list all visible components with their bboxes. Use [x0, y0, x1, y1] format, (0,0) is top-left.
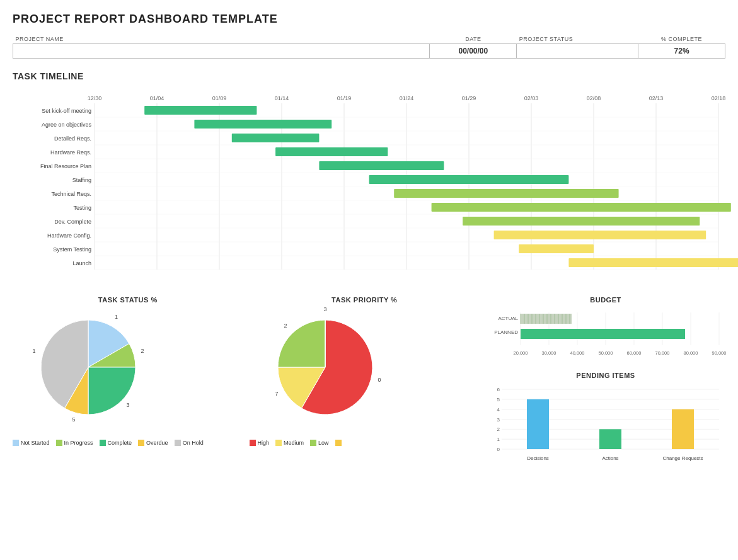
svg-text:90,000: 90,000: [712, 350, 727, 356]
legend-complete: Complete: [100, 440, 132, 446]
svg-text:30,000: 30,000: [542, 350, 556, 356]
task-status-title: TASK STATUS %: [13, 296, 243, 304]
svg-rect-24: [144, 106, 257, 115]
project-info-table: PROJECT NAME DATE PROJECT STATUS % COMPL…: [13, 35, 725, 59]
svg-text:02/13: 02/13: [649, 95, 664, 101]
svg-rect-27: [194, 120, 332, 129]
svg-rect-48: [463, 217, 700, 226]
svg-text:Set kick-off meeting: Set kick-off meeting: [42, 108, 91, 114]
svg-text:50,000: 50,000: [599, 350, 613, 356]
not-started-label: Not Started: [21, 440, 50, 446]
right-panel: BUDGET 20,00030,00040,00050,00060,00070,…: [486, 296, 725, 466]
svg-text:7: 7: [275, 391, 278, 397]
svg-rect-42: [394, 189, 618, 198]
svg-text:3: 3: [126, 402, 129, 408]
svg-text:02/18: 02/18: [712, 95, 726, 101]
svg-text:Final Resource Plan: Final Resource Plan: [40, 163, 91, 169]
legend-unknown: [335, 440, 343, 446]
legend-not-started: Not Started: [13, 440, 50, 446]
svg-text:1: 1: [115, 314, 118, 320]
pending-title: PENDING ITEMS: [486, 372, 725, 379]
svg-rect-54: [519, 244, 594, 253]
not-started-dot: [13, 440, 19, 446]
svg-rect-36: [319, 161, 444, 170]
svg-text:ACTUAL: ACTUAL: [498, 316, 518, 321]
bottom-section: TASK STATUS % 12351 Not Started In Progr…: [13, 296, 725, 466]
gantt-chart: TASK TIMELINE 12/3001/0401/0901/1401/190…: [13, 71, 725, 277]
svg-text:5: 5: [497, 397, 500, 403]
complete-header: % COMPLETE: [638, 35, 725, 44]
svg-text:70,000: 70,000: [655, 350, 670, 356]
svg-text:0: 0: [497, 447, 500, 452]
svg-text:2: 2: [497, 426, 500, 432]
svg-text:01/14: 01/14: [275, 95, 289, 101]
svg-text:6: 6: [497, 387, 500, 392]
svg-text:Decisions: Decisions: [527, 455, 549, 461]
svg-rect-117: [599, 429, 621, 449]
legend-medium: Medium: [275, 440, 304, 446]
svg-text:3: 3: [323, 306, 326, 312]
task-priority-title: TASK PRIORITY %: [250, 296, 480, 304]
svg-text:1: 1: [33, 348, 36, 354]
svg-text:01/24: 01/24: [400, 95, 414, 101]
legend-overdue: Overdue: [138, 440, 168, 446]
svg-text:02/08: 02/08: [587, 95, 601, 101]
complete-label: Complete: [108, 440, 132, 446]
medium-dot: [275, 440, 282, 446]
gantt-title: TASK TIMELINE: [13, 71, 725, 81]
date-value[interactable]: 00/00/00: [430, 44, 517, 59]
svg-text:Agree on objectives: Agree on objectives: [42, 122, 92, 128]
svg-text:Actions: Actions: [602, 455, 618, 461]
unknown-dot: [335, 440, 342, 446]
legend-low: Low: [310, 440, 329, 446]
date-header: DATE: [430, 35, 517, 44]
svg-text:Staffing: Staffing: [72, 177, 91, 183]
budget-chart: 20,00030,00040,00050,00060,00070,00080,0…: [486, 307, 725, 358]
project-name-value[interactable]: [13, 44, 430, 59]
overdue-label: Overdue: [146, 440, 168, 446]
svg-text:Detailed Reqs.: Detailed Reqs.: [54, 135, 91, 142]
low-dot: [310, 440, 316, 446]
svg-rect-51: [494, 231, 706, 239]
svg-text:4: 4: [497, 407, 500, 413]
legend-high: High: [250, 440, 270, 446]
legend-on-hold: On Hold: [175, 440, 204, 446]
svg-text:Hardware Config.: Hardware Config.: [47, 232, 91, 239]
svg-text:2: 2: [141, 348, 144, 354]
status-header: PROJECT STATUS: [517, 35, 638, 44]
svg-text:02/03: 02/03: [524, 95, 539, 101]
svg-text:System Testing: System Testing: [53, 246, 91, 253]
svg-text:5: 5: [72, 416, 75, 423]
dashboard-title: PROJECT REPORT DASHBOARD TEMPLATE: [13, 13, 725, 26]
svg-text:Launch: Launch: [72, 260, 91, 266]
on-hold-label: On Hold: [183, 440, 204, 446]
svg-text:80,000: 80,000: [684, 350, 698, 356]
high-label: High: [258, 440, 270, 446]
pending-chart: 0123456DecisionsActionsChange Requests: [486, 383, 725, 465]
status-pie-chart: 12351: [13, 307, 164, 433]
svg-rect-30: [232, 134, 320, 142]
complete-dot: [100, 440, 106, 446]
svg-rect-57: [568, 258, 738, 267]
svg-text:3: 3: [497, 417, 500, 423]
svg-text:Technical Reqs.: Technical Reqs.: [51, 191, 91, 197]
high-dot: [250, 440, 256, 446]
svg-text:PLANNED: PLANNED: [494, 329, 518, 335]
complete-value[interactable]: 72%: [638, 44, 725, 59]
status-legend: Not Started In Progress Complete Overdue…: [13, 440, 243, 446]
in-progress-dot: [56, 440, 62, 446]
svg-text:Hardware Reqs.: Hardware Reqs.: [50, 149, 91, 156]
svg-text:Dev. Complete: Dev. Complete: [54, 219, 91, 225]
svg-text:01/29: 01/29: [462, 95, 476, 101]
svg-text:01/04: 01/04: [150, 95, 164, 101]
budget-title: BUDGET: [486, 296, 725, 304]
medium-label: Medium: [284, 440, 304, 446]
in-progress-label: In Progress: [64, 440, 93, 446]
svg-text:60,000: 60,000: [627, 350, 642, 356]
svg-rect-100: [521, 329, 685, 339]
svg-text:40,000: 40,000: [570, 350, 585, 356]
svg-text:Testing: Testing: [73, 205, 91, 211]
svg-rect-33: [275, 147, 388, 156]
status-value[interactable]: [517, 44, 638, 59]
svg-text:1: 1: [497, 437, 500, 442]
